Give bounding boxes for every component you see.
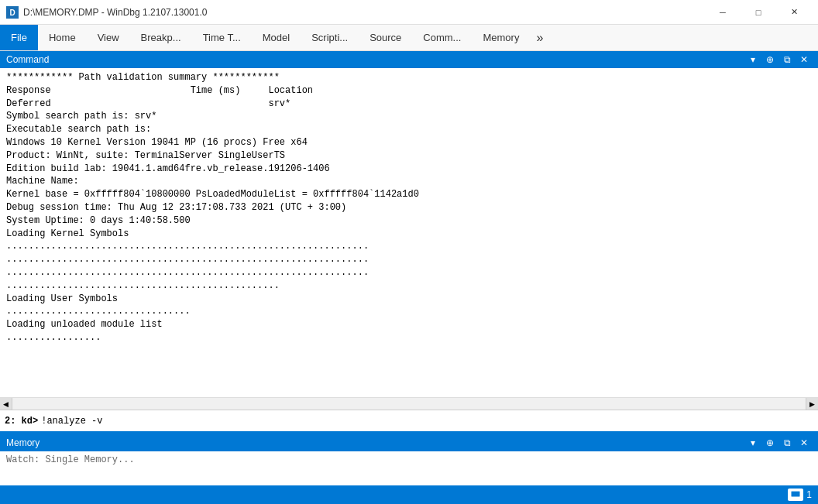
command-panel-float[interactable]: ⧉ xyxy=(779,52,795,67)
hscroll-right-button[interactable]: ▶ xyxy=(806,398,818,410)
menu-item-file[interactable]: File xyxy=(0,25,38,50)
menu-item-command[interactable]: Comm... xyxy=(412,25,472,50)
command-panel-dropdown[interactable]: ▾ xyxy=(745,52,761,67)
menu-item-source[interactable]: Source xyxy=(359,25,412,50)
menu-item-time-travel[interactable]: Time T... xyxy=(192,25,252,50)
command-panel: Command ▾ ⊕ ⧉ ✕ ************ Path valida… xyxy=(0,51,818,433)
menu-item-breakpoints[interactable]: Breakp... xyxy=(130,25,192,50)
command-panel-pin[interactable]: ⊕ xyxy=(762,52,778,67)
status-bar: 1 xyxy=(0,485,818,504)
menu-bar: File Home View Breakp... Time T... Model… xyxy=(0,25,818,51)
menu-item-home[interactable]: Home xyxy=(38,25,87,50)
menu-item-view[interactable]: View xyxy=(87,25,130,50)
close-button[interactable]: ✕ xyxy=(776,0,812,25)
menu-item-model[interactable]: Model xyxy=(252,25,301,50)
command-panel-header: Command ▾ ⊕ ⧉ ✕ xyxy=(0,51,818,68)
command-output-area[interactable]: ************ Path validation summary ***… xyxy=(0,68,818,397)
command-input[interactable] xyxy=(41,416,813,427)
svg-text:D: D xyxy=(9,9,15,17)
memory-panel-header: Memory ▾ ⊕ ⧉ ✕ xyxy=(0,434,818,451)
minimize-button[interactable]: ─ xyxy=(705,0,741,25)
menu-item-memory[interactable]: Memory xyxy=(472,25,530,50)
command-output-text: ************ Path validation summary ***… xyxy=(6,71,812,345)
memory-panel-pin[interactable]: ⊕ xyxy=(762,435,778,451)
memory-panel-dropdown[interactable]: ▾ xyxy=(745,435,761,451)
title-text: D:\MEMORY.DMP - WinDbg 1.2107.13001.0 xyxy=(23,7,705,18)
command-panel-title: Command xyxy=(6,54,744,65)
chat-count: 1 xyxy=(806,489,812,500)
menu-item-scripting[interactable]: Scripti... xyxy=(301,25,359,50)
memory-panel-title: Memory xyxy=(6,437,744,448)
memory-content-hint: Watch: Single Memory... xyxy=(6,454,135,465)
hscroll-left-button[interactable]: ◀ xyxy=(0,398,12,410)
svg-marker-5 xyxy=(793,497,796,499)
memory-panel: Memory ▾ ⊕ ⧉ ✕ Watch: Single Memory... xyxy=(0,433,818,485)
memory-panel-float[interactable]: ⧉ xyxy=(779,435,795,451)
svg-rect-2 xyxy=(791,491,800,497)
chat-status[interactable]: 1 xyxy=(788,489,812,501)
command-input-line: 2: kd> xyxy=(0,410,818,431)
horizontal-scrollbar[interactable]: ◀ ▶ xyxy=(0,397,818,410)
memory-panel-close[interactable]: ✕ xyxy=(796,435,812,451)
hscroll-track[interactable] xyxy=(12,398,806,410)
menu-more-button[interactable]: » xyxy=(530,25,549,50)
memory-content-area: Watch: Single Memory... xyxy=(0,451,818,485)
chat-icon xyxy=(788,489,803,501)
app-icon: D xyxy=(6,6,19,19)
command-panel-close[interactable]: ✕ xyxy=(796,52,812,67)
command-scroll-container[interactable]: ************ Path validation summary ***… xyxy=(0,71,818,394)
title-bar: D D:\MEMORY.DMP - WinDbg 1.2107.13001.0 … xyxy=(0,0,818,25)
maximize-button[interactable]: □ xyxy=(741,0,776,25)
command-prompt: 2: kd> xyxy=(5,416,38,427)
